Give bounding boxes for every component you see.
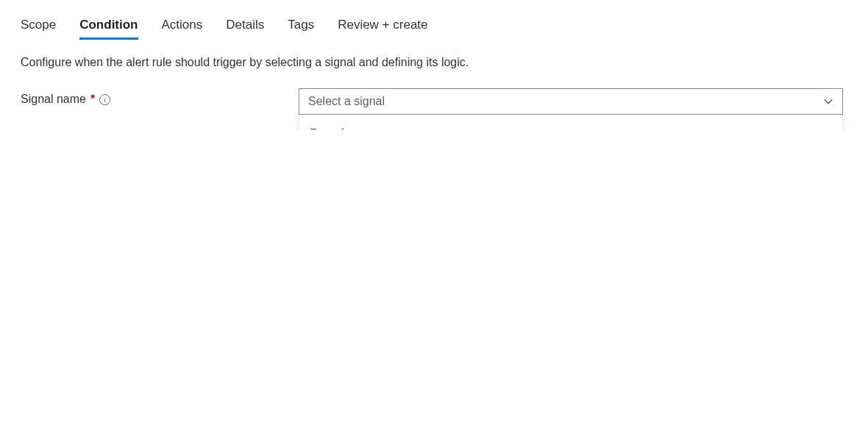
signal-dropdown: Popular Percentage CPU: [299, 115, 843, 129]
required-marker: *: [90, 93, 95, 106]
signal-name-label: Signal name * i: [21, 88, 299, 106]
tab-details[interactable]: Details: [226, 15, 264, 38]
tab-tags[interactable]: Tags: [288, 15, 314, 38]
signal-select[interactable]: Select a signal: [299, 88, 843, 115]
tab-review-create[interactable]: Review + create: [338, 15, 427, 38]
tab-description: Configure when the alert rule should tri…: [21, 56, 847, 69]
field-label-text: Signal name: [21, 93, 86, 106]
select-placeholder: Select a signal: [308, 95, 385, 108]
info-icon[interactable]: i: [99, 94, 110, 105]
tab-condition[interactable]: Condition: [79, 15, 138, 38]
tabs-bar: Scope Condition Actions Details Tags Rev…: [21, 15, 847, 38]
dropdown-heading: Popular: [299, 124, 842, 129]
tab-actions[interactable]: Actions: [162, 15, 203, 38]
chevron-down-icon: [823, 96, 833, 107]
signal-name-field: Signal name * i Select a signal Popular: [21, 88, 847, 115]
tab-scope[interactable]: Scope: [21, 15, 56, 38]
signal-select-wrapper: Select a signal Popular Percentage CPU: [299, 88, 843, 115]
